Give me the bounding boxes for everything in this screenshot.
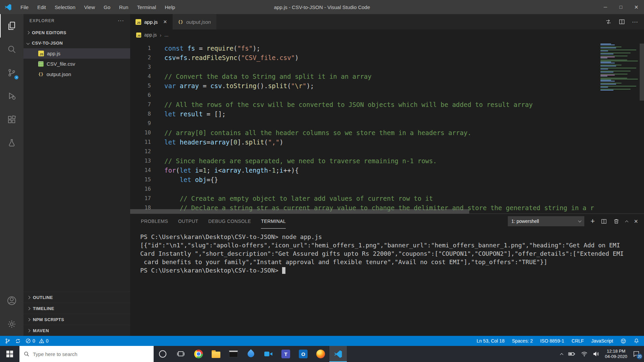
breadcrumb-chevron-icon: › <box>160 32 161 38</box>
taskbar-search[interactable] <box>19 346 154 362</box>
open-editors-section[interactable]: OPEN EDITORS <box>23 27 130 38</box>
token: 1 <box>272 167 275 174</box>
tray-expand-icon[interactable] <box>560 353 563 356</box>
camera-app-icon[interactable] <box>260 346 277 362</box>
terminal-output[interactable]: PS C:\Users\karan\Desktop\CSV-to-JSON> n… <box>130 229 644 275</box>
maximize-button[interactable]: □ <box>613 0 629 14</box>
close-button[interactable]: × <box>629 0 644 14</box>
editor-tabs: JSapp.js×{}output.json <box>130 14 217 29</box>
open-changes-icon[interactable] <box>605 18 612 25</box>
encoding[interactable]: ISO 8859-1 <box>540 338 564 344</box>
terminal-shell-dropdown[interactable]: 1: powershell <box>508 216 584 226</box>
feedback-smiley-icon[interactable] <box>621 338 626 344</box>
minimap-line <box>600 87 608 87</box>
menu-edit[interactable]: Edit <box>33 0 50 14</box>
search-input[interactable] <box>33 351 150 357</box>
menu-terminal[interactable]: Terminal <box>133 0 161 14</box>
extensions-icon[interactable] <box>0 108 23 131</box>
section-maven[interactable]: MAVEN <box>23 325 130 336</box>
network-icon[interactable] <box>581 351 588 357</box>
panel-tab-terminal[interactable]: TERMINAL <box>261 214 286 229</box>
minimap-line <box>600 57 615 57</box>
token: let <box>164 110 180 118</box>
new-terminal-icon[interactable]: + <box>590 218 595 225</box>
source-control-icon[interactable] <box>0 61 23 84</box>
file-CSV_file.csv[interactable]: CSV_file.csv <box>23 59 130 69</box>
feather-app-icon[interactable] <box>242 346 260 362</box>
code-text: let result = []; <box>151 109 226 119</box>
line-number: 7 <box>130 100 151 109</box>
breadcrumb[interactable]: JS app.js › ... <box>130 29 644 40</box>
outlook-app-icon[interactable]: O <box>294 346 312 362</box>
menu-run[interactable]: Run <box>115 0 133 14</box>
section-outline[interactable]: OUTLINE <box>23 292 130 303</box>
panel-tab-output[interactable]: OUTPUT <box>178 214 198 229</box>
taskbar-clock[interactable]: 12:18 PM 04-09-2020 <box>605 349 628 359</box>
accounts-icon[interactable] <box>0 289 23 312</box>
menu-go[interactable]: Go <box>99 0 115 14</box>
language-mode[interactable]: JavaScript <box>591 338 613 344</box>
minimize-button[interactable]: ─ <box>598 0 613 14</box>
section-npm-scripts[interactable]: NPM SCRIPTS <box>23 314 130 325</box>
section-timeline[interactable]: TIMELINE <box>23 303 130 314</box>
title-bar: FileEditSelectionViewGoRunTerminalHelp a… <box>0 0 644 14</box>
sidebar-more-actions-icon[interactable]: ··· <box>118 18 124 24</box>
battery-icon[interactable] <box>568 351 576 357</box>
token: for <box>164 167 176 174</box>
more-actions-icon[interactable]: ··· <box>632 18 638 25</box>
code-text: const fs = require("fs"); <box>151 44 260 53</box>
menu-selection[interactable]: Selection <box>50 0 80 14</box>
explorer-icon[interactable] <box>0 14 23 38</box>
task-view-icon[interactable] <box>172 346 190 362</box>
start-button[interactable] <box>0 346 19 362</box>
search-icon[interactable] <box>0 38 23 61</box>
split-editor-icon[interactable] <box>619 18 625 25</box>
token: ) <box>279 138 283 146</box>
chrome-app-icon[interactable] <box>190 346 207 362</box>
cursor-position[interactable]: Ln 53, Col 18 <box>477 338 504 344</box>
breadcrumb-file[interactable]: app.js <box>144 32 157 38</box>
errors-indicator[interactable]: 0 0 <box>25 338 49 344</box>
file-app.js[interactable]: JSapp.js <box>23 48 130 59</box>
notifications-bell-icon[interactable] <box>634 338 639 344</box>
action-center-icon[interactable]: 20 <box>633 350 640 358</box>
settings-gear-icon[interactable] <box>0 312 23 336</box>
menu-view[interactable]: View <box>80 0 99 14</box>
test-beaker-icon[interactable] <box>0 131 23 155</box>
breadcrumb-more[interactable]: ... <box>164 32 168 38</box>
vertical-scrollbar[interactable] <box>640 44 644 101</box>
window-controls: ─ □ × <box>598 0 644 14</box>
file-output.json[interactable]: {}output.json <box>23 69 130 79</box>
code-editor[interactable]: 1const fs = require("fs");2csv=fs.readFi… <box>130 40 644 214</box>
kill-terminal-trash-icon[interactable] <box>613 218 620 225</box>
cortana-icon[interactable] <box>154 346 172 362</box>
minimap-line <box>600 49 602 49</box>
horizontal-scrollbar[interactable] <box>130 209 469 214</box>
file-explorer-app-icon[interactable] <box>207 346 225 362</box>
git-branch-icon[interactable] <box>5 338 10 344</box>
close-panel-icon[interactable]: × <box>634 218 638 225</box>
panel-tab-problems[interactable]: PROBLEMS <box>141 214 168 229</box>
tab-app.js[interactable]: JSapp.js× <box>130 14 173 29</box>
section-label: MAVEN <box>33 328 49 333</box>
firefox-app-icon[interactable] <box>312 346 329 362</box>
menu-help[interactable]: Help <box>160 0 179 14</box>
tab-output.json[interactable]: {}output.json <box>173 14 217 29</box>
vscode-app-icon[interactable] <box>329 346 347 362</box>
maximize-panel-icon[interactable] <box>625 220 629 224</box>
run-debug-icon[interactable] <box>0 84 23 108</box>
teams-app-icon[interactable]: T <box>277 346 294 362</box>
panel-tab-debug-console[interactable]: DEBUG CONSOLE <box>208 214 251 229</box>
token: let <box>180 176 195 183</box>
minimap[interactable] <box>599 44 639 214</box>
split-terminal-icon[interactable] <box>601 218 607 225</box>
sync-icon[interactable] <box>15 338 21 344</box>
console-app-icon[interactable] <box>225 346 242 362</box>
close-tab-icon[interactable]: × <box>163 19 167 25</box>
folder-section[interactable]: CSV-TO-JSON <box>23 38 130 48</box>
eol-sequence[interactable]: CRLF <box>572 338 584 344</box>
volume-icon[interactable] <box>593 351 600 357</box>
code-line: 10// array[0] contains all the header co… <box>130 128 644 137</box>
indentation[interactable]: Spaces: 2 <box>512 338 533 344</box>
menu-file[interactable]: File <box>16 0 33 14</box>
